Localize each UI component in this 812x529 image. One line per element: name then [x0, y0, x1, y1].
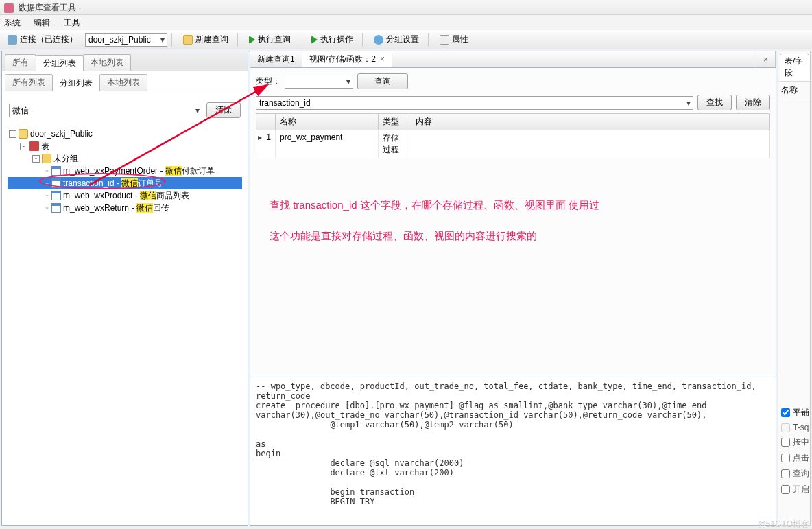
col-content[interactable]: 内容 — [411, 114, 769, 130]
properties-icon — [440, 35, 449, 45]
chk-selmid[interactable]: 按中 — [781, 436, 807, 448]
chk-open[interactable]: 开启 — [781, 484, 807, 495]
left-panel: 所有 分组列表 本地列表 所有列表 分组列表 本地列表 微信 清除 - door… — [1, 51, 248, 526]
side-panel: 表/字段 名称 平铺 T-sq 按中 点击 查询 开启 — [778, 51, 811, 526]
checkbox[interactable] — [781, 408, 790, 417]
left-inner-tabs: 所有列表 分组列表 本地列表 — [2, 71, 248, 91]
find-button[interactable]: 查找 — [697, 95, 732, 110]
tab-all[interactable]: 所有 — [5, 54, 36, 71]
type-select[interactable] — [285, 75, 353, 89]
tables-icon — [29, 141, 39, 151]
document-body: 类型： 查询 transaction_id 查找 清除 名称 类型 内容 1pr… — [250, 67, 776, 377]
database-icon — [19, 129, 28, 139]
properties-label: 属性 — [452, 34, 468, 45]
inner-tab-group[interactable]: 分组列表 — [52, 75, 100, 91]
doc-tab-label: 视图/存储/函数：2 — [309, 54, 376, 65]
annotation-text-1: 查找 transaction_id 这个字段，在哪个存储过程、函数、视图里面 使… — [270, 200, 756, 210]
run-query-button[interactable]: 执行查询 — [244, 32, 296, 47]
checkbox[interactable] — [781, 454, 790, 462]
query-button[interactable]: 查询 — [357, 73, 408, 89]
new-query-icon — [183, 35, 193, 45]
checkbox[interactable] — [781, 469, 790, 478]
tree-db-node[interactable]: - door_szkj_Public — [8, 128, 242, 140]
group-settings-label: 分组设置 — [386, 34, 419, 45]
chk-query[interactable]: 查询 — [781, 468, 807, 480]
side-name-header: 名称 — [778, 82, 810, 99]
result-area: 查找 transaction_id 这个字段，在哪个存储过程、函数、视图里面 使… — [256, 158, 770, 371]
properties-button[interactable]: 属性 — [435, 32, 473, 47]
table-icon — [51, 191, 61, 200]
window-title: 数据库查看工具 - — [19, 3, 81, 12]
tree-ungrouped-label: 未分组 — [53, 152, 78, 165]
connect-label: 连接（已连接） — [20, 34, 77, 45]
table-icon — [51, 178, 61, 188]
result-header: 名称 类型 内容 — [256, 113, 770, 130]
tree-item[interactable]: ┈transaction_id - 微信订单号 — [8, 177, 242, 189]
tree-tables-node[interactable]: - 表 — [8, 140, 242, 152]
tab-local[interactable]: 本地列表 — [83, 54, 131, 71]
tree: - door_szkj_Public - 表 - 未分组 ┈m_web_wxPa… — [6, 125, 243, 217]
tree-item-label: transaction_id - 微信订单号 — [63, 177, 163, 189]
tab-group[interactable]: 分组列表 — [36, 55, 84, 71]
chk-click[interactable]: 点击 — [781, 452, 807, 464]
chk-flat[interactable]: 平铺 — [781, 407, 807, 419]
play-icon — [249, 36, 255, 44]
result-row[interactable]: 1pro_wx_payment存储过程 — [256, 130, 770, 158]
search-clear-button[interactable]: 清除 — [736, 95, 770, 110]
close-icon[interactable]: × — [380, 54, 385, 64]
doc-tab-views[interactable]: 视图/存储/函数：2 × — [302, 51, 392, 67]
tree-db-label: door_szkj_Public — [30, 128, 93, 140]
cog-icon — [374, 35, 383, 45]
inner-tab-local[interactable]: 本地列表 — [99, 74, 147, 91]
col-name[interactable]: 名称 — [276, 114, 379, 130]
filter-clear-button[interactable]: 清除 — [206, 102, 241, 118]
collapse-icon[interactable]: - — [9, 130, 16, 138]
doc-tab-label: 新建查询1 — [257, 54, 295, 65]
tree-item-label: m_web_wxProduct - 微信商品列表 — [63, 189, 189, 202]
collapse-icon[interactable]: - — [20, 143, 27, 150]
tree-item[interactable]: ┈m_web_wxProduct - 微信商品列表 — [8, 189, 242, 202]
run-query-label: 执行查询 — [258, 34, 291, 45]
link-icon — [8, 35, 17, 45]
doc-tab-newquery[interactable]: 新建查询1 — [250, 51, 302, 67]
menu-tools[interactable]: 工具 — [64, 18, 80, 27]
checkbox[interactable] — [781, 423, 790, 432]
menu-edit[interactable]: 编辑 — [34, 18, 50, 27]
checkbox[interactable] — [781, 438, 790, 447]
left-top-tabs: 所有 分组列表 本地列表 — [2, 51, 248, 71]
document-tabs: 新建查询1 视图/存储/函数：2 × × — [250, 51, 776, 67]
tree-item-label: m_web_wxReturn - 微信回传 — [63, 202, 169, 214]
play-icon — [311, 36, 318, 44]
new-query-label: 新建查询 — [195, 34, 228, 45]
sql-content-panel[interactable]: -- wpo_type, dbcode, productId, out_trad… — [250, 377, 776, 526]
chk-tsq[interactable]: T-sq — [781, 423, 807, 432]
inner-tab-all[interactable]: 所有列表 — [5, 74, 53, 91]
type-label: 类型： — [256, 75, 280, 87]
filter-input[interactable]: 微信 — [9, 104, 202, 117]
col-type[interactable]: 类型 — [379, 114, 411, 130]
menu-system[interactable]: 系统 — [4, 18, 21, 27]
table-icon — [51, 203, 61, 213]
side-options: 平铺 T-sq 按中 点击 查询 开启 — [778, 399, 810, 504]
folder-icon — [42, 154, 51, 163]
table-icon — [51, 166, 61, 176]
collapse-icon[interactable]: - — [32, 155, 40, 163]
tree-item[interactable]: ┈m_web_wxReturn - 微信回传 — [8, 202, 242, 214]
left-body: 微信 清除 - door_szkj_Public - 表 - 未分组 — [2, 91, 248, 525]
right-area: 新建查询1 视图/存储/函数：2 × × 类型： 查询 transaction_… — [250, 51, 776, 526]
search-input[interactable]: transaction_id — [256, 96, 693, 110]
checkbox[interactable] — [781, 485, 790, 494]
tree-item[interactable]: ┈m_web_wxPaymentOrder - 微信付款订单 — [8, 165, 242, 177]
app-icon — [4, 3, 14, 13]
tree-tables-label: 表 — [41, 140, 49, 152]
titlebar: 数据库查看工具 - — [0, 0, 812, 15]
tree-ungrouped-node[interactable]: - 未分组 — [8, 152, 242, 165]
close-icon: × — [763, 55, 768, 64]
side-tab-fields[interactable]: 表/字段 — [780, 54, 809, 80]
tab-strip-close[interactable]: × — [756, 51, 776, 67]
run-operation-button[interactable]: 执行操作 — [307, 32, 358, 47]
database-select[interactable]: door_szkj_Public — [85, 33, 167, 47]
new-query-button[interactable]: 新建查询 — [178, 32, 233, 47]
group-settings-button[interactable]: 分组设置 — [369, 32, 424, 47]
connect-button[interactable]: 连接（已连接） — [3, 32, 82, 47]
